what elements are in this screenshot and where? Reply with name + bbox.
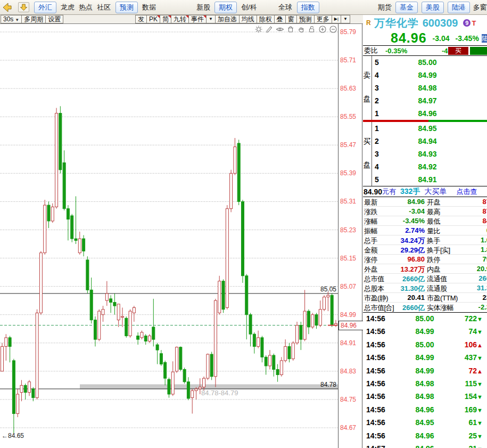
book-row-buy[interactable]: 584.91: [372, 173, 487, 186]
gear-icon[interactable]: [254, 25, 263, 34]
big-order-action-link[interactable]: 点击查: [456, 187, 477, 197]
stat-value: 31.3: [459, 284, 487, 292]
sub-toolbar-item-窗[interactable]: 窗: [285, 15, 297, 23]
stat-value: 29.29亿: [384, 246, 425, 255]
book-row-sell[interactable]: 184.96: [372, 107, 487, 120]
top-toolbar-item-12[interactable]: 期货: [378, 3, 392, 12]
top-toolbar-item-11[interactable]: 指数: [297, 2, 319, 13]
book-level: 2: [375, 96, 379, 105]
collapse-right-icon[interactable]: ▶|: [332, 15, 341, 23]
dropdown-arrow-icon[interactable]: ▼: [206, 15, 216, 23]
download-arrow-icon[interactable]: [18, 2, 29, 12]
buy-button[interactable]: 买: [448, 47, 468, 55]
tick-row: 14:5684.98115▼: [363, 378, 487, 390]
tick-time: 14:56: [366, 431, 385, 440]
top-toolbar-item-8[interactable]: 期权: [214, 2, 237, 13]
book-level: 4: [375, 162, 379, 171]
chart-toolbar: [254, 25, 337, 34]
pen-icon[interactable]: [265, 25, 274, 34]
tick-price: 84.98: [408, 379, 442, 388]
tick-price: 85.00: [408, 340, 442, 349]
lock-icon[interactable]: [308, 25, 316, 34]
sub-toolbar-settings[interactable]: 设置: [45, 15, 63, 23]
sub-toolbar-item-均线[interactable]: 均线: [239, 15, 257, 23]
tick-time: 14:56: [366, 392, 385, 401]
hand-icon[interactable]: [297, 25, 306, 34]
book-row-sell[interactable]: 484.99: [372, 69, 487, 82]
sub-toolbar-item-事件[interactable]: 事件: [188, 15, 207, 23]
big-order-price: 84.90: [364, 188, 382, 196]
book-row-buy[interactable]: 184.95: [372, 122, 487, 135]
stats-row: 外盘13.27万内盘20.9: [363, 264, 487, 274]
zoom-in-icon[interactable]: [318, 25, 327, 34]
stat-value: 2660亿: [384, 303, 425, 313]
sub-toolbar-item-预测[interactable]: 预测: [296, 15, 315, 23]
top-toolbar-item-16[interactable]: 多窗: [473, 3, 487, 12]
top-toolbar-item-6[interactable]: 数据: [142, 3, 156, 12]
trash-icon[interactable]: [286, 25, 295, 34]
stat-value: 1.0: [459, 236, 487, 244]
sub-toolbar-multi-period[interactable]: 多周期: [21, 15, 46, 23]
book-side-label-sell: 卖盘: [363, 56, 371, 120]
sub-toolbar-item-九转[interactable]: 九转: [171, 15, 189, 23]
book-level: 3: [375, 84, 379, 92]
tick-time: 14:57: [366, 444, 385, 448]
period-selector[interactable]: 30s▼: [1, 15, 22, 23]
tick-price: 84.99: [408, 366, 442, 375]
stats-row: 涨跌-3.04最高87: [363, 207, 487, 216]
eye-icon[interactable]: [276, 25, 284, 34]
order-book: 卖盘585.00484.99384.98284.97184.96买盘184.95…: [363, 56, 487, 186]
book-level: 5: [375, 175, 379, 184]
sub-toolbar-item-发[interactable]: 发: [135, 15, 147, 23]
dropdown-arrow-icon[interactable]: ▼: [341, 15, 350, 23]
top-toolbar-item-7[interactable]: 新股: [196, 3, 210, 12]
sub-toolbar-item-加自选[interactable]: 加自选: [215, 15, 240, 23]
top-toolbar-item-2[interactable]: 龙虎: [61, 3, 75, 12]
top-toolbar-item-1[interactable]: 外汇: [34, 2, 56, 13]
top-toolbar-item-13[interactable]: 基金: [395, 2, 418, 13]
candlestick-chart[interactable]: 85.0584.7884.78-84.79←84.65: [0, 24, 338, 448]
top-toolbar-item-3[interactable]: 热点: [79, 3, 93, 12]
stat-value: 34.24万: [384, 236, 425, 246]
stat-label: 量比: [427, 226, 440, 236]
stats-row: 最新84.96开盘87: [363, 197, 487, 207]
big-order-row: 84.90 元有 332手 大买单 点击查: [363, 186, 487, 197]
book-row-sell[interactable]: 384.98: [372, 82, 487, 94]
top-toolbar-item-5[interactable]: 预测: [115, 2, 138, 13]
tick-time: 14:56: [366, 353, 385, 362]
period-label: 30s: [3, 15, 13, 23]
axis-label: 84.75: [340, 396, 356, 403]
book-row-buy[interactable]: 384.93: [372, 148, 487, 160]
axis-label: 85.55: [340, 113, 356, 120]
up-arrow-icon: ▲: [477, 342, 483, 348]
book-row-sell[interactable]: 585.00: [372, 56, 487, 69]
tick-volume: 21▼: [469, 444, 483, 448]
top-toolbar-item-14[interactable]: 美股: [422, 2, 444, 13]
sub-toolbar-item-简[interactable]: 简: [160, 15, 171, 23]
top-toolbar-item-15[interactable]: 陆港: [448, 2, 470, 13]
back-arrow-icon[interactable]: [1, 2, 13, 13]
chart-area[interactable]: 85.0584.7884.78-84.79←84.65: [0, 24, 338, 448]
sell-button-partial[interactable]: [470, 47, 487, 55]
book-row-buy[interactable]: 284.94: [372, 135, 487, 148]
sub-toolbar-item-PK[interactable]: PK: [146, 15, 160, 23]
top-toolbar-item-4[interactable]: 社区: [97, 3, 111, 12]
sub-toolbar-item-更多[interactable]: 更多: [314, 15, 332, 23]
sub-toolbar-item-叠[interactable]: 叠: [274, 15, 286, 23]
weibi-diff: -4: [442, 47, 448, 55]
stats-row: 振幅2.74%量比0: [363, 226, 487, 235]
tick-price: 84.96: [408, 444, 442, 448]
tick-row: 14:5684.9625▼: [363, 430, 487, 443]
tick-time: 14:56: [366, 340, 385, 349]
stat-value: 79: [459, 255, 487, 263]
top-toolbar-item-9[interactable]: 创/科: [241, 3, 257, 12]
stat-label: 振幅: [364, 226, 377, 236]
top-toolbar-item-10[interactable]: 全球: [278, 3, 292, 12]
book-row-buy[interactable]: 484.92: [372, 160, 487, 173]
sub-toolbar-item-除权[interactable]: 除权: [257, 15, 275, 23]
book-row-sell[interactable]: 284.97: [372, 94, 487, 107]
book-price: 84.98: [410, 84, 444, 92]
stat-value: 2660亿: [384, 274, 425, 284]
axis-label: 84.67: [340, 424, 356, 431]
zoom-out-icon[interactable]: [329, 25, 337, 34]
